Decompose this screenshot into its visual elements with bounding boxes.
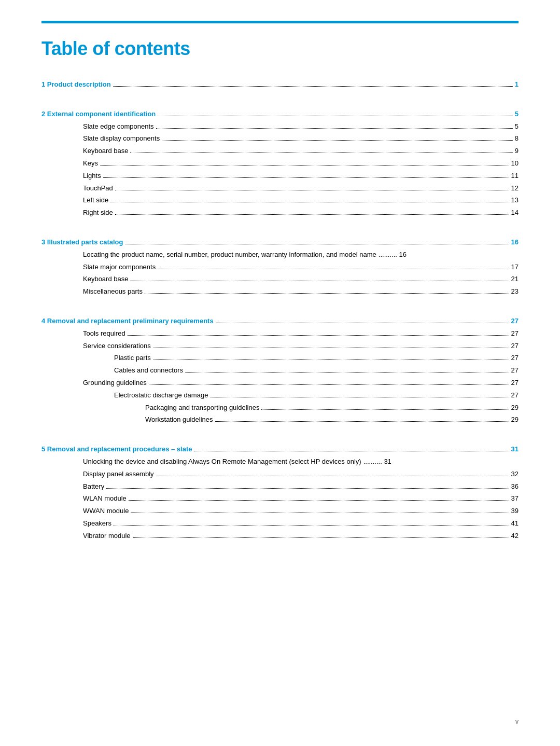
toc-text: Right side — [83, 208, 113, 218]
toc-entry-s2-8: Right side 14 — [41, 208, 519, 218]
toc-text: Left side — [83, 195, 108, 206]
toc-page: 42 — [511, 531, 519, 542]
toc-dots — [130, 153, 512, 153]
toc-dots — [110, 202, 509, 202]
toc-dots — [162, 140, 513, 141]
toc-text: Unlocking the device and disabling Alway… — [83, 457, 361, 467]
toc-section-s4: 4 Removal and replacement preliminary re… — [41, 316, 519, 425]
toc-page: 8 — [515, 133, 519, 144]
toc-dots — [129, 500, 509, 501]
toc-section-s1: 1 Product description 1 — [41, 79, 519, 90]
toc-text: 3 Illustrated parts catalog — [41, 237, 123, 248]
toc-dots — [115, 190, 509, 190]
toc-text: Speakers — [83, 518, 111, 529]
page-footer: v — [515, 718, 519, 725]
toc-dots — [158, 116, 512, 116]
toc-text: Keys — [83, 158, 98, 169]
toc-entry-s5-2: Display panel assembly 32 — [41, 469, 519, 480]
toc-page: 27 — [511, 390, 519, 401]
toc-section-s5: 5 Removal and replacement procedures – s… — [41, 444, 519, 541]
toc-page: 27 — [511, 328, 519, 339]
toc-entry-s2: 2 External component identification 5 — [41, 109, 519, 120]
toc-text: 4 Removal and replacement preliminary re… — [41, 316, 214, 327]
toc-text: WWAN module — [83, 506, 129, 517]
toc-entry-s2-6: TouchPad 12 — [41, 183, 519, 194]
toc-text: TouchPad — [83, 183, 113, 194]
toc-entry-s3-3: Keyboard base 21 — [41, 274, 519, 285]
toc-entry-s5-7: Vibrator module 42 — [41, 531, 519, 542]
toc-page: 5 — [515, 121, 519, 132]
toc-entry-s5-4: WLAN module 37 — [41, 493, 519, 504]
toc-dots — [133, 537, 509, 538]
toc-entry-s5-5: WWAN module 39 — [41, 506, 519, 517]
toc-text: 2 External component identification — [41, 109, 156, 120]
toc-page: 29 — [511, 415, 519, 425]
toc-page: 27 — [511, 316, 519, 327]
toc-page: 5 — [515, 109, 519, 120]
toc-section-s3: 3 Illustrated parts catalog 16 Locating … — [41, 237, 519, 297]
toc-page: 1 — [515, 79, 519, 90]
toc-entry-s5-3: Battery 36 — [41, 481, 519, 492]
toc-text: Vibrator module — [83, 531, 131, 542]
toc-dots — [115, 214, 509, 215]
toc-section-s2: 2 External component identification 5 Sl… — [41, 109, 519, 218]
toc-entry-s5: 5 Removal and replacement procedures – s… — [41, 444, 519, 455]
toc-dots — [149, 384, 509, 385]
toc-dots — [216, 323, 509, 323]
toc-entry-s2-1: Slate edge components 5 — [41, 121, 519, 132]
toc-dots — [156, 476, 509, 476]
toc-entry-s4-1: Tools required 27 — [41, 328, 519, 339]
toc-page: 23 — [511, 286, 519, 297]
toc-entry-s2-5: Lights 11 — [41, 171, 519, 182]
toc-text: Locating the product name, serial number… — [83, 250, 376, 260]
toc-text: Slate major components — [83, 262, 156, 273]
toc-container: 1 Product description 1 2 External compo… — [41, 79, 519, 560]
toc-page: 29 — [511, 403, 519, 413]
toc-dots — [114, 525, 509, 526]
toc-dots — [215, 421, 509, 422]
toc-text: Display panel assembly — [83, 469, 154, 480]
toc-text: 5 Removal and replacement procedures – s… — [41, 444, 192, 455]
second-border — [41, 23, 519, 23]
toc-text: WLAN module — [83, 493, 127, 504]
toc-dots — [194, 451, 509, 451]
toc-text: Packaging and transporting guidelines — [145, 403, 259, 413]
toc-page: 31 — [511, 444, 519, 455]
toc-dots — [156, 128, 513, 129]
toc-text: 1 Product description — [41, 79, 111, 90]
toc-text: Keyboard base — [83, 274, 128, 285]
toc-page: 39 — [511, 506, 519, 517]
toc-page: 9 — [515, 146, 519, 157]
toc-dots — [128, 335, 509, 336]
toc-dots — [125, 244, 509, 244]
toc-text: Plastic parts — [114, 353, 151, 364]
toc-dots — [113, 86, 513, 87]
toc-page: 17 — [511, 262, 519, 273]
toc-dots — [261, 409, 509, 410]
toc-entry-s5-6: Speakers 41 — [41, 518, 519, 529]
toc-dots — [153, 360, 509, 360]
toc-page: 14 — [511, 208, 519, 218]
toc-entry-s2-3: Keyboard base 9 — [41, 146, 519, 157]
toc-page: 11 — [511, 171, 519, 182]
toc-page: 16 — [511, 237, 519, 248]
toc-dots — [131, 513, 509, 513]
toc-dots — [153, 348, 509, 348]
toc-page: 41 — [511, 518, 519, 529]
toc-text: Keyboard base — [83, 146, 128, 157]
toc-page: 27 — [511, 365, 519, 376]
toc-entry-s2-2: Slate display components 8 — [41, 133, 519, 144]
page-title: Table of contents — [41, 38, 519, 60]
toc-page: .......... 16 — [379, 250, 407, 260]
toc-text: Slate display components — [83, 133, 160, 144]
toc-entry-s4-2: Service considerations 27 — [41, 341, 519, 352]
toc-entry-s4-3: Grounding guidelines 27 — [41, 378, 519, 389]
toc-entry-s3-1: Locating the product name, serial number… — [41, 250, 519, 260]
toc-entry-s1: 1 Product description 1 — [41, 79, 519, 90]
toc-dots — [130, 281, 509, 281]
toc-page: .......... 31 — [363, 457, 391, 467]
toc-text: Service considerations — [83, 341, 151, 352]
toc-text: Slate edge components — [83, 121, 154, 132]
toc-page: 27 — [511, 378, 519, 389]
toc-entry-s4-3-1: Electrostatic discharge damage 27 — [41, 390, 519, 401]
